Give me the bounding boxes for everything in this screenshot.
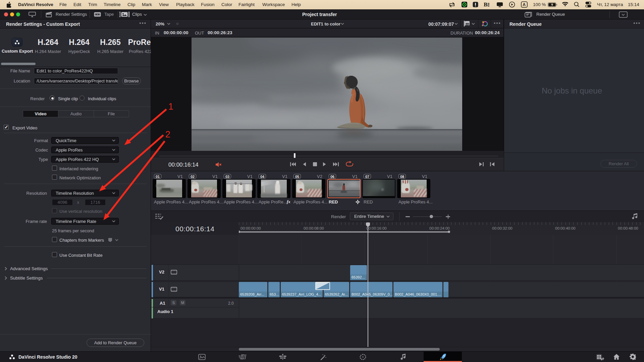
svg-text:HQ: HQ	[466, 23, 469, 25]
svg-text:A: A	[523, 2, 526, 7]
svg-text:B: B	[484, 1, 487, 8]
